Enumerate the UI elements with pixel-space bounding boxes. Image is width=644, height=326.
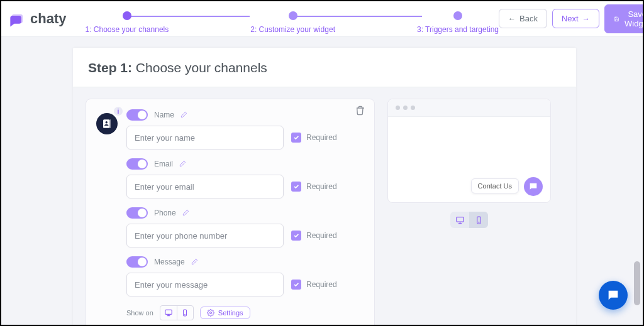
- field-label: Message: [154, 258, 185, 266]
- required-toggle[interactable]: Required: [291, 182, 337, 192]
- contact-tooltip: Contact Us: [471, 178, 519, 193]
- back-button[interactable]: ← Back: [499, 9, 547, 28]
- checkbox-icon: [291, 280, 301, 290]
- settings-label: Settings: [218, 309, 243, 317]
- checkbox-icon: [291, 182, 301, 192]
- preview-mobile-option[interactable]: [469, 212, 488, 228]
- svg-point-2: [106, 121, 108, 123]
- settings-button[interactable]: Settings: [200, 307, 250, 319]
- svg-rect-0: [103, 119, 110, 128]
- field-label: Phone: [154, 209, 176, 217]
- logo: chaty: [9, 11, 66, 27]
- page-title: Step 1: Choose your channels: [88, 60, 561, 75]
- field-header-email: Email: [126, 158, 364, 170]
- required-label: Required: [306, 182, 337, 191]
- help-chat-fab[interactable]: [599, 281, 628, 310]
- toggle-name[interactable]: [126, 109, 148, 121]
- field-header-name: Name: [126, 109, 364, 121]
- step-3[interactable]: 3: Triggers and targeting: [417, 11, 499, 34]
- info-icon[interactable]: i: [114, 107, 123, 116]
- step-dot-icon: [453, 11, 462, 20]
- toggle-message[interactable]: [126, 256, 148, 268]
- show-on-label: Show on: [126, 309, 153, 317]
- step-label: 3: Triggers and targeting: [417, 25, 499, 34]
- edit-icon[interactable]: [191, 258, 198, 266]
- svg-rect-7: [456, 217, 463, 222]
- channel-form-panel: i Name: [86, 99, 375, 325]
- toggle-phone[interactable]: [126, 207, 148, 219]
- save-icon: [614, 14, 619, 23]
- required-label: Required: [306, 280, 337, 289]
- back-label: Back: [519, 14, 538, 23]
- show-on-row: Show on: [126, 305, 364, 320]
- phone-input[interactable]: [126, 224, 284, 247]
- email-input[interactable]: [126, 175, 284, 198]
- arrow-left-icon: ←: [508, 14, 516, 23]
- editor-canvas: Step 1: Choose your channels i: [73, 48, 576, 325]
- arrow-right-icon: →: [582, 14, 590, 23]
- svg-rect-3: [165, 310, 172, 314]
- svg-point-9: [478, 222, 479, 222]
- preview-desktop-option[interactable]: [450, 212, 469, 228]
- toggle-email[interactable]: [126, 158, 148, 170]
- field-label: Name: [154, 111, 174, 119]
- step-connector: [293, 16, 422, 17]
- field-row-name: Required: [126, 126, 364, 149]
- required-label: Required: [306, 231, 337, 240]
- step-dot-icon: [123, 11, 131, 20]
- gear-icon: [207, 309, 214, 317]
- contact-form-icon: i: [96, 113, 118, 134]
- columns: i Name: [73, 87, 576, 325]
- next-button[interactable]: Next →: [552, 9, 599, 28]
- save-widget-button[interactable]: Save Widget: [604, 4, 644, 33]
- delete-channel-button[interactable]: [355, 106, 365, 118]
- edit-icon[interactable]: [179, 160, 186, 168]
- step-label: 2: Customize your widget: [250, 25, 335, 34]
- step-label: 1: Choose your channels: [85, 25, 169, 34]
- app-header: chaty 1: Choose your channels 2: Customi…: [1, 1, 643, 36]
- checkbox-icon: [291, 133, 301, 143]
- contact-widget-button[interactable]: [524, 177, 543, 196]
- svg-point-5: [185, 315, 186, 315]
- wizard-steps: 1: Choose your channels 2: Customize you…: [85, 4, 499, 34]
- required-toggle[interactable]: Required: [291, 231, 337, 241]
- field-label: Email: [154, 160, 173, 168]
- main-area: Step 1: Choose your channels i: [1, 36, 643, 325]
- step-prefix: Step 1:: [88, 60, 132, 75]
- svg-rect-1: [110, 119, 111, 128]
- widget-preview: Contact Us: [387, 99, 551, 203]
- field-row-email: Required: [126, 175, 364, 198]
- canvas-header: Step 1: Choose your channels: [73, 48, 576, 87]
- step-1[interactable]: 1: Choose your channels: [85, 11, 169, 34]
- required-toggle[interactable]: Required: [291, 133, 337, 143]
- required-toggle[interactable]: Required: [291, 280, 337, 290]
- logo-text: chaty: [30, 11, 66, 27]
- required-label: Required: [306, 133, 337, 142]
- field-row-message: Required: [126, 273, 364, 296]
- desktop-option[interactable]: [160, 306, 177, 320]
- mobile-option[interactable]: [177, 306, 193, 320]
- dot-icon: [403, 106, 408, 110]
- dot-icon: [396, 106, 400, 110]
- edit-icon[interactable]: [182, 209, 189, 217]
- next-label: Next: [562, 14, 579, 23]
- field-row-phone: Required: [126, 224, 364, 247]
- save-label: Save Widget: [623, 9, 644, 28]
- browser-dots: [388, 99, 550, 117]
- step-connector: [127, 16, 250, 17]
- field-header-phone: Phone: [126, 207, 364, 219]
- device-picker: [160, 305, 194, 320]
- chat-bubble-icon: [9, 11, 26, 26]
- dot-icon: [411, 106, 415, 110]
- scrollbar-thumb[interactable]: [634, 261, 640, 305]
- preview-column: Contact Us: [387, 99, 551, 325]
- step-2[interactable]: 2: Customize your widget: [250, 11, 335, 34]
- edit-icon[interactable]: [180, 111, 187, 119]
- preview-device-picker: [450, 212, 488, 228]
- channel-row: i Name: [96, 109, 364, 320]
- header-buttons: ← Back Next → Save Widget: [499, 4, 644, 33]
- scrollbar[interactable]: [634, 73, 640, 322]
- message-input[interactable]: [126, 273, 284, 296]
- name-input[interactable]: [126, 126, 284, 149]
- form-fields: Name Required: [126, 109, 364, 320]
